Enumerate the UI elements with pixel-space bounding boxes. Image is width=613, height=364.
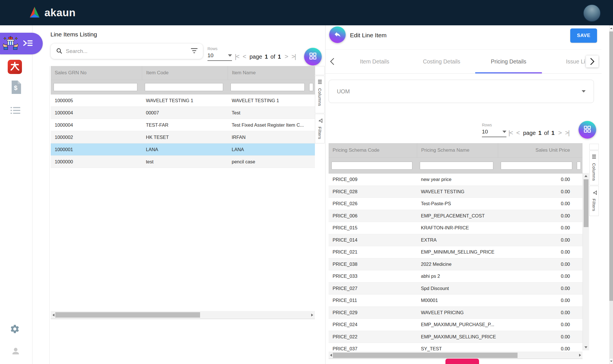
pricing-schema-row[interactable]: PRICE_015 KRAFTON-INR-PRICE 0.00: [329, 222, 583, 234]
line-item-row[interactable]: 1000001 LANA LANA: [51, 143, 315, 156]
filter-input-partial[interactable]: [309, 83, 313, 91]
pricing-schema-row[interactable]: PRICE_011 M00001 0.00: [329, 295, 583, 307]
column-header[interactable]: Pricing Schema Code: [329, 143, 417, 157]
line-item-row[interactable]: 1000004 TEST-FAR Test Fixed Asset Regist…: [51, 119, 315, 131]
sidebar-item-billing[interactable]: $: [10, 81, 21, 94]
cell-unit-price: 0.00: [498, 298, 577, 303]
brand-logo[interactable]: akaun: [28, 0, 76, 25]
filter-input-item-name[interactable]: [231, 83, 305, 91]
filter-input-schema-code[interactable]: [331, 162, 412, 170]
columns-icon: [317, 79, 322, 85]
filter-input-schema-name[interactable]: [420, 162, 493, 170]
last-page-button[interactable]: >|: [565, 129, 569, 137]
sidebar-item-settings[interactable]: [10, 324, 20, 334]
panel-divider: [49, 66, 50, 364]
prev-page-button[interactable]: <: [516, 129, 520, 137]
horizontal-scrollbar[interactable]: [51, 311, 315, 319]
filter-input-partial[interactable]: [577, 162, 581, 170]
next-page-button[interactable]: >: [558, 129, 561, 137]
scroll-left-icon[interactable]: [330, 354, 332, 357]
tab[interactable]: Item Details: [341, 50, 408, 73]
cell-sales-grn-no: 1000002: [51, 135, 142, 140]
pricing-schema-row[interactable]: PRICE_026 Test-Paste-PS 0.00: [329, 198, 583, 210]
last-page-button[interactable]: >|: [292, 53, 296, 60]
grid-view-button[interactable]: [304, 48, 322, 65]
app-switcher-pill[interactable]: [0, 33, 43, 54]
pricing-schema-row[interactable]: PRICE_028 WAVELET TESTING 0.00: [329, 186, 583, 198]
scroll-down-button[interactable]: [609, 358, 613, 364]
rows-per-page-select[interactable]: Rows 10: [207, 46, 232, 61]
line-item-row[interactable]: 1000000 test pencil case: [51, 156, 315, 168]
filter-input-item-code[interactable]: [145, 83, 223, 91]
edit-line-item-panel: Edit Line Item SAVE Item DetailsCosting …: [325, 25, 602, 364]
prev-page-button[interactable]: <: [243, 53, 246, 60]
column-header[interactable]: Sales Unit Price: [498, 143, 577, 157]
filter-input-sales-grn-no[interactable]: [54, 83, 137, 91]
cell-unit-price: 0.00: [498, 213, 577, 219]
tabs-scroll-left-icon[interactable]: [330, 50, 334, 73]
uom-select[interactable]: UOM: [329, 80, 594, 103]
page-scrollbar[interactable]: [609, 25, 613, 364]
back-button[interactable]: [329, 26, 346, 43]
sidebar-item-profile[interactable]: [11, 346, 21, 356]
filters-tab[interactable]: Filters: [589, 186, 599, 216]
user-avatar[interactable]: [583, 4, 601, 22]
scroll-right-icon[interactable]: [579, 354, 581, 357]
columns-tab[interactable]: Columns: [589, 151, 599, 185]
scrollbar-thumb[interactable]: [609, 32, 613, 301]
first-page-button[interactable]: |<: [235, 53, 239, 60]
search-input[interactable]: [65, 48, 188, 55]
page-indicator: page 1 of 1: [249, 54, 281, 60]
cell-unit-price: 0.00: [498, 177, 577, 182]
brand-name: akaun: [44, 7, 76, 19]
scroll-left-icon[interactable]: [52, 314, 54, 316]
pricing-schema-row[interactable]: PRICE_029 WAVELET PRICING 0.00: [329, 307, 583, 319]
scrollbar-thumb[interactable]: [55, 312, 200, 318]
pricing-schema-row[interactable]: PRICE_006 EMP_REPLACEMENT_COST 0.00: [329, 210, 583, 222]
column-header[interactable]: Pricing Schema Name: [417, 143, 498, 157]
pricing-schema-row[interactable]: PRICE_027 Spd Discount 0.00: [329, 283, 583, 295]
column-header[interactable]: Sales GRN No: [51, 66, 142, 80]
column-header[interactable]: Item Code: [142, 66, 228, 80]
scrollbar-thumb[interactable]: [333, 353, 518, 358]
filter-list-icon[interactable]: [191, 48, 198, 55]
scroll-up-icon[interactable]: [585, 175, 587, 177]
scroll-up-button[interactable]: [609, 25, 613, 31]
filter-input-unit-price[interactable]: [501, 162, 572, 170]
line-item-row[interactable]: 1000002 HK TESET IRFAN: [51, 131, 315, 143]
rows-per-page-select[interactable]: Rows 10: [482, 123, 506, 137]
pricing-schema-row[interactable]: PRICE_024 EMP_MAXIMUM_PURCHASE_P... 0.00: [329, 319, 583, 331]
list-icon: [11, 111, 20, 116]
tab[interactable]: Pricing Details: [475, 50, 542, 73]
cell-schema-code: PRICE_015: [329, 225, 417, 231]
save-button[interactable]: SAVE: [570, 28, 597, 43]
horizontal-scrollbar[interactable]: [329, 351, 583, 359]
sidebar-item-listing[interactable]: [11, 106, 20, 115]
bottom-action-button[interactable]: [445, 359, 479, 364]
pricing-schema-row[interactable]: PRICE_014 EXTRA 0.00: [329, 234, 583, 246]
scroll-right-icon[interactable]: [311, 314, 313, 316]
filters-tab[interactable]: Filters: [315, 114, 325, 143]
line-item-row[interactable]: 1000004 00007 Test: [51, 107, 315, 119]
scrollbar-thumb[interactable]: [584, 179, 588, 227]
tabs-scroll-right-button[interactable]: [586, 55, 598, 67]
cell-sales-grn-no: 1000005: [51, 98, 142, 103]
svg-text:$: $: [14, 84, 18, 91]
pricing-schema-row[interactable]: PRICE_038 2022 Medicine 0.00: [329, 258, 583, 271]
pricing-schema-row[interactable]: PRICE_021 EMP_MINIMUM_SELLING_PRICE 0.00: [329, 246, 583, 258]
line-item-row[interactable]: 1000005 WAVELET TESTING 1 WAVELET TESTIN…: [51, 94, 315, 107]
pricing-schema-row[interactable]: PRICE_033 abhi ps 2 0.00: [329, 270, 583, 283]
column-header[interactable]: Item Name: [228, 66, 309, 80]
pricing-schema-row[interactable]: PRICE_022 EMP_MAXIMUM_SELLING_PRICE 0.00: [329, 331, 583, 343]
table-vertical-scrollbar[interactable]: [583, 173, 589, 350]
grid-view-button[interactable]: [579, 121, 596, 139]
rows-value: 10: [207, 52, 213, 59]
cell-schema-name: EMP_MAXIMUM_SELLING_PRICE: [417, 334, 498, 340]
pricing-schema-row[interactable]: PRICE_009 new year price 0.00: [329, 174, 583, 186]
next-page-button[interactable]: >: [285, 53, 288, 60]
tab[interactable]: Costing Details: [408, 50, 475, 73]
scroll-down-icon[interactable]: [585, 346, 587, 348]
columns-tab[interactable]: Columns: [315, 76, 325, 113]
sidebar-item-dahua-app[interactable]: [8, 60, 22, 74]
first-page-button[interactable]: |<: [508, 129, 513, 137]
